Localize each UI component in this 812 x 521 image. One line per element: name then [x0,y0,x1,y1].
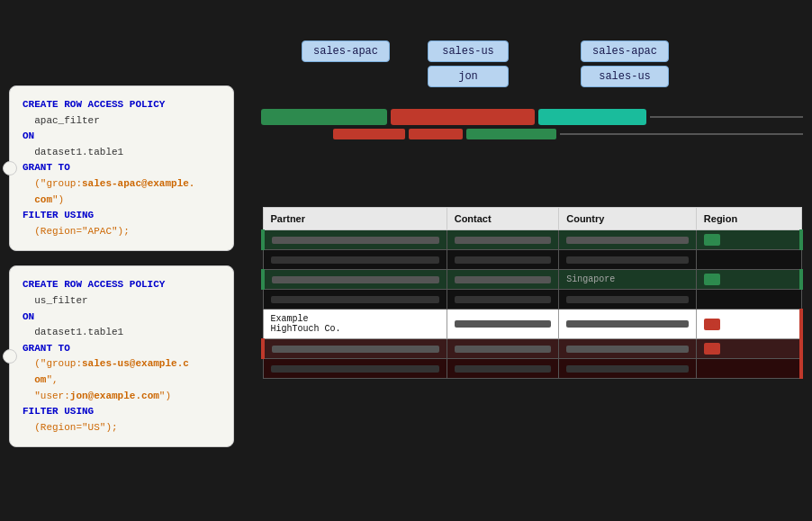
right-panel: sales-apac sales-us jon sales-apac sales… [243,0,812,521]
cell-country-1 [559,230,697,250]
left-panel: CREATE ROW ACCESS POLICY apac_filter ON … [0,76,243,521]
cell-region-3b [696,290,801,310]
keyword-filter-1: FILTER USING [23,210,94,220]
cell-country-2 [559,250,697,270]
bar-visualization [261,108,803,142]
filter-expr-1: (Region="APAC"); [23,226,130,237]
table-row [263,290,801,310]
table-row [263,250,801,270]
cell-contact-5 [447,339,559,359]
badge-jon: jon [428,66,509,87]
cell-contact-6 [447,359,559,379]
cell-partner-4: ExampleHighTouch Co. [263,310,447,339]
table-header-row: Partner Contact Country Region [263,208,801,230]
cell-partner-3 [263,270,447,290]
keyword-on-2: ON [23,311,34,322]
table-ref-1: dataset1.table1 [23,147,123,157]
table-row: R [263,339,801,359]
cell-partner-2 [263,250,447,270]
table-ref-2: dataset1.table1 [23,327,123,337]
top-visualization: sales-apac sales-us jon sales-apac sales… [261,9,803,207]
cell-partner-1 [263,230,447,250]
main-container: CREATE ROW ACCESS POLICY apac_filter ON … [0,0,812,521]
cell-country-3b [559,290,697,310]
cell-region-1: G [696,230,801,250]
keyword-grant-1: GRANT TO [23,162,70,173]
keyword-grant-2: GRANT TO [23,343,70,354]
cell-region-3: G [696,270,801,290]
cell-partner-6 [263,359,447,379]
table-row: Singapore G [263,270,801,290]
data-table: Partner Contact Country Region G [261,207,803,379]
badge-sales-us-2: sales-us [581,66,669,87]
col-header-contact: Contact [447,208,559,230]
policy-name-2: us_filter [23,295,88,306]
cell-contact-2 [447,250,559,270]
cell-contact-4 [447,310,559,339]
badge-group-us-jon: sales-us jon [428,40,509,87]
cell-country-6 [559,359,697,379]
keyword-create-1: CREATE ROW ACCESS POLICY [23,99,165,110]
cell-region-5: R [696,339,801,359]
table-row-highlight: ExampleHighTouch Co. R [263,310,801,339]
cell-contact-1 [447,230,559,250]
grantee-1: ("group:sales-apac@example. com") [23,178,194,205]
code-block-us: CREATE ROW ACCESS POLICY us_filter ON da… [9,265,234,447]
cell-country-4 [559,310,697,339]
cell-partner-5 [263,339,447,359]
policy-name-1: apac_filter [23,115,100,126]
keyword-create-2: CREATE ROW ACCESS POLICY [23,279,165,290]
table-row [263,359,801,379]
code-block-apac: CREATE ROW ACCESS POLICY apac_filter ON … [9,85,234,251]
cell-region-6 [696,359,801,379]
cell-country-3: Singapore [559,270,697,290]
col-header-partner: Partner [263,208,447,230]
badge-sales-us: sales-us [428,40,509,62]
cell-region-2 [696,250,801,270]
keyword-filter-2: FILTER USING [23,406,94,417]
col-header-region: Region [696,208,801,230]
cell-contact-3 [447,270,559,290]
keyword-on-1: ON [23,130,34,141]
cell-country-5 [559,339,697,359]
cell-region-4: R [696,310,801,339]
grantee-2: ("group:sales-us@example.c om", "user:jo… [23,358,189,400]
badge-group-combined: sales-apac sales-us [581,40,669,87]
badge-group-apac: sales-apac [302,40,390,62]
table-row: G [263,230,801,250]
col-header-country: Country [559,208,697,230]
badge-sales-apac: sales-apac [302,40,390,62]
cell-contact-3b [447,290,559,310]
badge-sales-apac-2: sales-apac [581,40,669,62]
table-area: Partner Contact Country Region G [261,207,803,512]
cell-partner-3b [263,290,447,310]
filter-expr-2: (Region="US"); [23,422,118,433]
